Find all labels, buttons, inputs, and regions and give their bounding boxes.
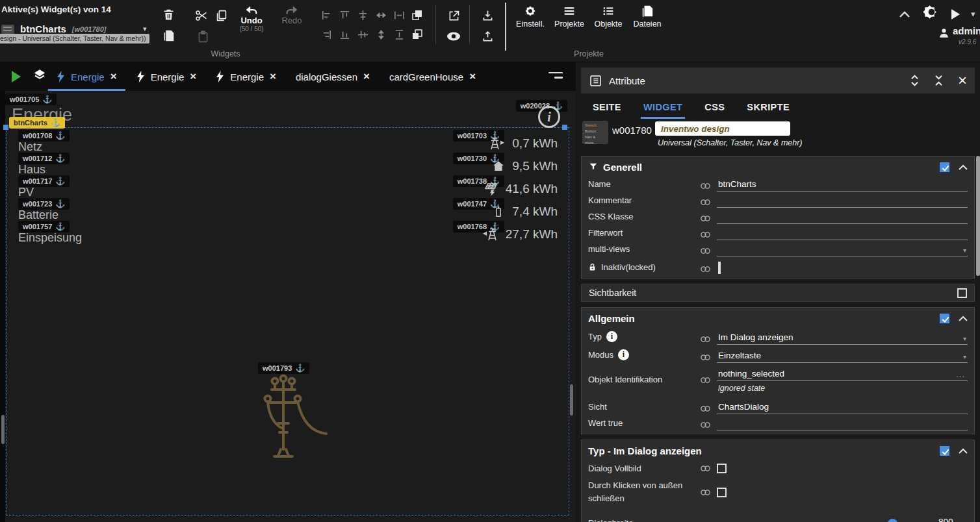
collapse-ribbon-icon[interactable] bbox=[896, 5, 914, 23]
link-binding-icon[interactable] bbox=[700, 214, 717, 224]
tab-css[interactable]: CSS bbox=[704, 93, 725, 121]
widget-selector[interactable]: btnCharts [w001780] bbox=[1, 23, 106, 34]
cut-button[interactable] bbox=[192, 6, 211, 25]
paste-button[interactable] bbox=[194, 27, 212, 45]
info-icon[interactable]: i bbox=[618, 349, 629, 360]
align-center-vertical-icon[interactable] bbox=[354, 25, 372, 44]
link-binding-icon[interactable] bbox=[700, 247, 717, 256]
dialog-vollbild-checkbox[interactable] bbox=[717, 464, 727, 473]
spacing-horizontal-icon[interactable] bbox=[390, 5, 408, 25]
layers-icon[interactable] bbox=[32, 68, 47, 85]
run-options-caret-icon[interactable] bbox=[971, 9, 975, 19]
section-enabled-checkbox[interactable] bbox=[940, 446, 949, 456]
objekt-identifikation-value[interactable]: nothing_selected... bbox=[717, 369, 968, 381]
collapse-section-icon[interactable] bbox=[959, 312, 968, 324]
modus-select[interactable]: Einzeltaste bbox=[717, 351, 968, 363]
align-left-icon[interactable] bbox=[317, 5, 335, 25]
tab-widget[interactable]: WIDGET bbox=[643, 93, 682, 121]
typ-select[interactable]: Im Dialog anzeigen bbox=[717, 332, 968, 345]
collapse-section-icon[interactable] bbox=[959, 445, 968, 456]
redo-button[interactable]: Redo bbox=[273, 5, 311, 25]
align-center-horizontal-icon[interactable] bbox=[354, 5, 372, 25]
align-bottom-icon[interactable] bbox=[335, 25, 354, 44]
wert-true-input[interactable] bbox=[717, 419, 968, 430]
align-right-icon[interactable] bbox=[317, 25, 335, 44]
dialogbreite-value[interactable]: 800 bbox=[923, 517, 968, 522]
canvas-scrollbar[interactable] bbox=[570, 384, 573, 416]
filterwort-input[interactable] bbox=[717, 229, 968, 240]
css-class-input[interactable] bbox=[717, 213, 968, 224]
distribute-vertical-icon[interactable] bbox=[372, 25, 390, 44]
link-binding-icon[interactable] bbox=[700, 464, 717, 473]
open-external-button[interactable] bbox=[445, 6, 463, 25]
link-binding-icon[interactable] bbox=[700, 404, 717, 414]
tab-energie-2[interactable]: Energie bbox=[127, 62, 207, 91]
send-to-back-icon[interactable] bbox=[408, 25, 426, 44]
panel-drag-handle[interactable] bbox=[1, 415, 5, 444]
section-sichtbarkeit[interactable]: Sichtbarkeit bbox=[581, 284, 975, 302]
attribute-panel-header[interactable]: Attribute bbox=[581, 68, 975, 93]
tab-energie-1[interactable]: Energie bbox=[47, 62, 127, 91]
link-binding-icon[interactable] bbox=[700, 488, 717, 497]
align-top-icon[interactable] bbox=[335, 5, 354, 25]
run-page-button[interactable] bbox=[12, 71, 21, 82]
power-pole-illustration[interactable] bbox=[253, 373, 331, 458]
settings-button[interactable]: Einstell. bbox=[511, 4, 550, 29]
selected-widget-badge[interactable]: btnCharts bbox=[9, 117, 65, 129]
sicht-input[interactable]: ChartsDialog bbox=[717, 402, 968, 414]
info-icon[interactable]: i bbox=[606, 331, 617, 342]
info-icon[interactable]: i bbox=[538, 106, 560, 128]
undo-button[interactable]: Undo (50 / 50) bbox=[233, 5, 270, 32]
files-button[interactable]: Dateien bbox=[628, 4, 667, 29]
close-on-outside-click-checkbox[interactable] bbox=[717, 488, 727, 497]
link-binding-icon[interactable] bbox=[700, 421, 717, 430]
copy-button[interactable] bbox=[213, 6, 231, 25]
close-tab-icon[interactable] bbox=[190, 70, 196, 83]
theme-toggle-icon[interactable] bbox=[920, 3, 938, 21]
page-anchor-badge[interactable]: w001705 bbox=[5, 93, 57, 105]
more-options-button[interactable]: ... bbox=[956, 369, 965, 379]
import-button[interactable] bbox=[478, 6, 496, 25]
tab-skripte[interactable]: SKRIPTE bbox=[747, 93, 790, 121]
section-allgemein-header[interactable]: Allgemein bbox=[588, 310, 968, 327]
expand-panel-icon[interactable] bbox=[910, 74, 920, 87]
selection-handle[interactable] bbox=[562, 125, 567, 130]
widget-brand-badge[interactable]: inventwo design bbox=[655, 121, 790, 136]
export-button[interactable] bbox=[478, 27, 496, 45]
slider-thumb[interactable] bbox=[888, 519, 897, 522]
section-enabled-checkbox[interactable] bbox=[940, 314, 949, 323]
link-binding-icon[interactable] bbox=[700, 182, 717, 192]
section-typ-dialog-header[interactable]: Typ - Im Dialog anzeigen bbox=[588, 442, 968, 459]
link-binding-icon[interactable] bbox=[700, 265, 717, 275]
close-tab-icon[interactable] bbox=[270, 70, 276, 83]
name-input[interactable]: btnCharts bbox=[717, 179, 968, 192]
delete-widget-button[interactable] bbox=[159, 5, 177, 23]
tab-cardgreenhouse[interactable]: cardGreenHouse bbox=[380, 62, 485, 91]
preview-eye-button[interactable] bbox=[445, 27, 463, 45]
close-tab-icon[interactable] bbox=[363, 70, 370, 83]
section-enabled-checkbox[interactable] bbox=[940, 162, 949, 172]
projects-button[interactable]: Projekte bbox=[550, 4, 589, 29]
link-binding-icon[interactable] bbox=[700, 376, 717, 386]
collapse-section-icon[interactable] bbox=[959, 161, 968, 173]
close-tab-icon[interactable] bbox=[110, 70, 117, 83]
spacing-vertical-icon[interactable] bbox=[390, 25, 408, 44]
selection-handle[interactable] bbox=[3, 125, 8, 130]
objects-button[interactable]: Objekte bbox=[589, 4, 628, 29]
run-play-button[interactable] bbox=[946, 5, 964, 23]
design-canvas[interactable]: Energie Energie Energie dialogGiessen ca… bbox=[0, 62, 576, 522]
inaktiv-checkbox[interactable] bbox=[718, 262, 721, 274]
link-binding-icon[interactable] bbox=[700, 198, 717, 208]
bring-to-front-icon[interactable] bbox=[408, 5, 426, 25]
sichtbarkeit-checkbox[interactable] bbox=[957, 288, 967, 298]
tab-menu-icon[interactable] bbox=[548, 72, 563, 79]
link-binding-icon[interactable] bbox=[700, 335, 717, 345]
distribute-horizontal-icon[interactable] bbox=[372, 5, 390, 25]
duplicate-page-button[interactable] bbox=[159, 26, 177, 44]
tab-energie-3[interactable]: Energie bbox=[206, 62, 286, 91]
kommentar-input[interactable] bbox=[717, 197, 968, 208]
username[interactable]: admin bbox=[953, 25, 980, 36]
tab-seite[interactable]: SEITE bbox=[593, 93, 621, 121]
panel-scrollbar[interactable] bbox=[976, 156, 980, 276]
tab-dialoggiessen[interactable]: dialogGiessen bbox=[286, 62, 380, 91]
